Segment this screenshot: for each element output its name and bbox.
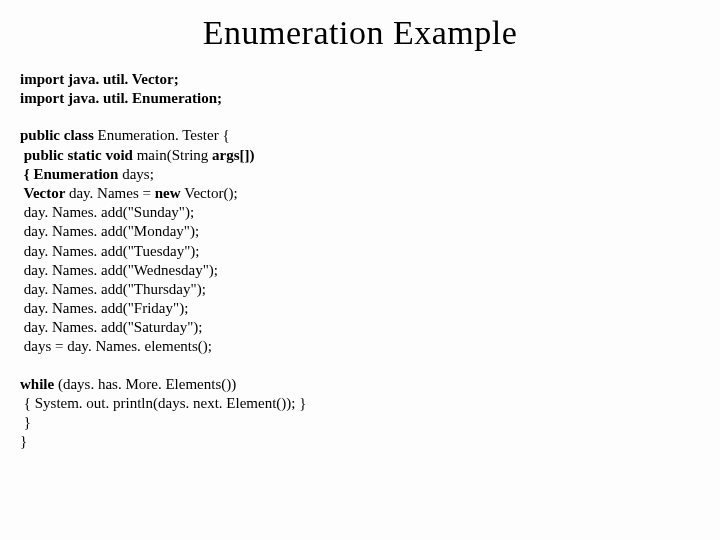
code-while-block: while (days. has. More. Elements()) { Sy… (20, 375, 700, 452)
assign-days: days = day. Names. elements(); (20, 338, 212, 354)
add-monday: day. Names. add("Monday"); (20, 223, 199, 239)
cls-kw: public class (20, 127, 98, 143)
import-line-2: import java. util. Enumeration; (20, 90, 222, 106)
while-kw: while (20, 376, 58, 392)
while-body: { System. out. println(days. next. Eleme… (20, 395, 306, 411)
while-cond: (days. has. More. Elements()) (58, 376, 236, 392)
import-line-1: import java. util. Vector; (20, 71, 179, 87)
code-main-block: public class Enumeration. Tester { publi… (20, 126, 700, 356)
page-title: Enumeration Example (20, 14, 700, 52)
cls-name: Enumeration. Tester { (98, 127, 230, 143)
add-thursday: day. Names. add("Thursday"); (20, 281, 206, 297)
add-friday: day. Names. add("Friday"); (20, 300, 188, 316)
add-sunday: day. Names. add("Sunday"); (20, 204, 194, 220)
code-imports: import java. util. Vector; import java. … (20, 70, 700, 108)
vector-ctor: Vector(); (184, 185, 237, 201)
main-sig-mid: main(String (137, 147, 212, 163)
vector-kw: Vector (20, 185, 69, 201)
slide: Enumeration Example import java. util. V… (0, 0, 720, 489)
main-sig-kw: public static void (20, 147, 137, 163)
vector-var: day. Names = (69, 185, 155, 201)
enum-decl-var: days; (122, 166, 154, 182)
main-sig-args: args[]) (212, 147, 254, 163)
add-saturday: day. Names. add("Saturday"); (20, 319, 202, 335)
close-main: } (20, 414, 31, 430)
new-kw: new (155, 185, 185, 201)
add-wednesday: day. Names. add("Wednesday"); (20, 262, 218, 278)
enum-decl-kw: { Enumeration (20, 166, 122, 182)
close-class: } (20, 433, 27, 449)
add-tuesday: day. Names. add("Tuesday"); (20, 243, 199, 259)
